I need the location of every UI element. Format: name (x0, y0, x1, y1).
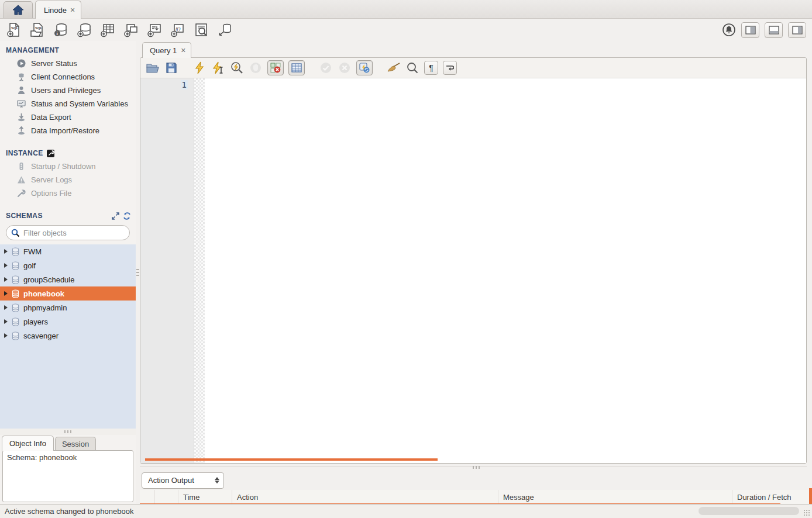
schema-row-phpmyadmin[interactable]: phpmyadmin (0, 301, 136, 315)
expander-icon[interactable] (4, 277, 8, 282)
output-bar: Action Output (140, 471, 812, 490)
beautify-button[interactable] (387, 61, 401, 75)
schema-row-fwm[interactable]: FWM (0, 244, 136, 258)
import-icon (16, 126, 26, 136)
reconnect-dbms-button[interactable] (216, 22, 232, 38)
output-col-status[interactable] (140, 490, 155, 504)
expander-icon[interactable] (4, 249, 8, 254)
sql-editor[interactable]: 1 (140, 78, 806, 463)
tab-object-info[interactable]: Object Info (2, 436, 54, 451)
sidebar-item-status-system-variables[interactable]: Status and System Variables (0, 97, 136, 110)
sql-editor-toolbar: ¶ (140, 58, 806, 78)
connection-tabbar: Linode × (0, 0, 812, 19)
sidebar-item-startup-shutdown[interactable]: Startup / Shutdown (0, 160, 136, 173)
toggle-bottom-panel-button[interactable] (765, 22, 783, 38)
line-number-gutter: 1 (140, 78, 194, 463)
editor-canvas[interactable] (205, 78, 806, 463)
schema-row-groupschedule[interactable]: groupSchedule (0, 272, 136, 286)
server-status-icon (16, 59, 26, 68)
notifications-icon[interactable] (722, 23, 736, 37)
toggle-stop-on-error-button[interactable] (267, 60, 284, 75)
create-schema-button[interactable] (76, 22, 92, 38)
pilcrow-icon: ¶ (429, 63, 433, 72)
expander-icon[interactable] (4, 263, 8, 268)
database-info-button[interactable]: i (53, 22, 68, 38)
output-col-time[interactable]: Time (178, 490, 232, 504)
output-type-select[interactable]: Action Output (142, 472, 224, 489)
expander-icon[interactable] (4, 291, 8, 296)
schema-row-scavenger[interactable]: scavenger (0, 329, 136, 343)
object-info-panel: Schema: phonebook (2, 450, 133, 502)
close-icon[interactable]: × (181, 46, 185, 54)
sidebar-item-options-file[interactable]: Options File (0, 187, 136, 200)
output-col-message[interactable]: Message (498, 490, 732, 504)
schema-row-players[interactable]: players (0, 315, 136, 329)
info-tabs: Object Info Session (0, 435, 136, 451)
stop-button[interactable] (249, 61, 263, 75)
create-table-button[interactable] (99, 22, 115, 38)
sidebar-item-client-connections[interactable]: Client Connections (0, 70, 136, 84)
export-icon (16, 113, 26, 122)
create-procedure-button[interactable] (146, 22, 162, 38)
horizontal-scrollbar-thumb[interactable] (699, 507, 799, 515)
svg-text:SQL: SQL (11, 26, 19, 30)
expander-icon[interactable] (4, 305, 8, 310)
toggle-autocommit-button[interactable] (356, 60, 373, 75)
sidebar-item-users-and-privileges[interactable]: Users and Privileges (0, 84, 136, 97)
output-right-accent (809, 488, 812, 506)
connection-tab-linode[interactable]: Linode × (35, 1, 81, 19)
resize-grip[interactable] (803, 509, 810, 516)
query-tab-1[interactable]: Query 1 × (142, 42, 191, 58)
close-icon[interactable]: × (70, 6, 75, 14)
tab-session[interactable]: Session (55, 437, 96, 451)
new-query-tab-button[interactable]: SQL (6, 22, 22, 38)
filter-objects-input[interactable] (23, 229, 126, 237)
wrench-icon (16, 189, 26, 198)
create-view-button[interactable] (123, 22, 139, 38)
output-splitter[interactable] (140, 464, 812, 471)
sidebar-item-server-status[interactable]: Server Status (0, 57, 136, 70)
expander-icon[interactable] (4, 319, 8, 324)
toggle-left-sidebar-button[interactable] (741, 22, 759, 38)
find-button[interactable] (405, 61, 419, 75)
wrench-badge-icon (47, 150, 54, 157)
sidebar-vertical-splitter[interactable] (136, 41, 140, 504)
rollback-button[interactable] (338, 61, 352, 75)
sidebar-item-server-logs[interactable]: Server Logs (0, 173, 136, 187)
execute-current-statement-button[interactable] (211, 61, 225, 75)
create-function-button[interactable]: f() (170, 22, 185, 38)
expand-schemas-icon[interactable] (112, 212, 119, 220)
schema-row-phonebook[interactable]: phonebook (0, 286, 136, 301)
open-sql-script-button[interactable]: SQL (29, 22, 45, 38)
schemas-section-title: SCHEMAS (0, 206, 136, 222)
toggle-right-sidebar-button[interactable] (788, 22, 806, 38)
expander-icon[interactable] (4, 333, 8, 338)
query-tabbar: Query 1 × (140, 41, 812, 57)
refresh-schemas-icon[interactable] (123, 212, 131, 220)
sql-workspace: Query 1 × (140, 41, 812, 504)
open-file-button[interactable] (146, 61, 160, 75)
sidebar-item-data-export[interactable]: Data Export (0, 110, 136, 124)
mysql-workbench-window: Linode × SQL SQL i (0, 0, 812, 518)
status-bar: Active schema changed to phonebook (0, 504, 812, 518)
schema-icon (11, 247, 20, 256)
explain-button[interactable] (230, 61, 244, 75)
schema-icon (11, 289, 20, 298)
warning-icon (16, 175, 26, 185)
search-table-data-button[interactable] (193, 22, 209, 38)
line-number: 1 (181, 80, 188, 89)
save-button[interactable] (164, 61, 178, 75)
commit-button[interactable] (319, 61, 333, 75)
show-invisible-characters-button[interactable]: ¶ (424, 61, 438, 75)
schema-tree: FWM golf groupSchedule phonebook (0, 244, 136, 429)
wrap-text-button[interactable] (443, 61, 457, 75)
output-col-duration[interactable]: Duration / Fetch (732, 490, 812, 504)
sidebar-horizontal-splitter[interactable] (0, 429, 136, 435)
home-tab[interactable] (4, 1, 33, 18)
output-col-index[interactable] (155, 490, 178, 504)
schema-row-golf[interactable]: golf (0, 258, 136, 272)
output-col-action[interactable]: Action (232, 490, 498, 504)
execute-button[interactable] (192, 61, 207, 75)
limit-rows-button[interactable] (288, 60, 305, 75)
sidebar-item-data-import[interactable]: Data Import/Restore (0, 124, 136, 137)
